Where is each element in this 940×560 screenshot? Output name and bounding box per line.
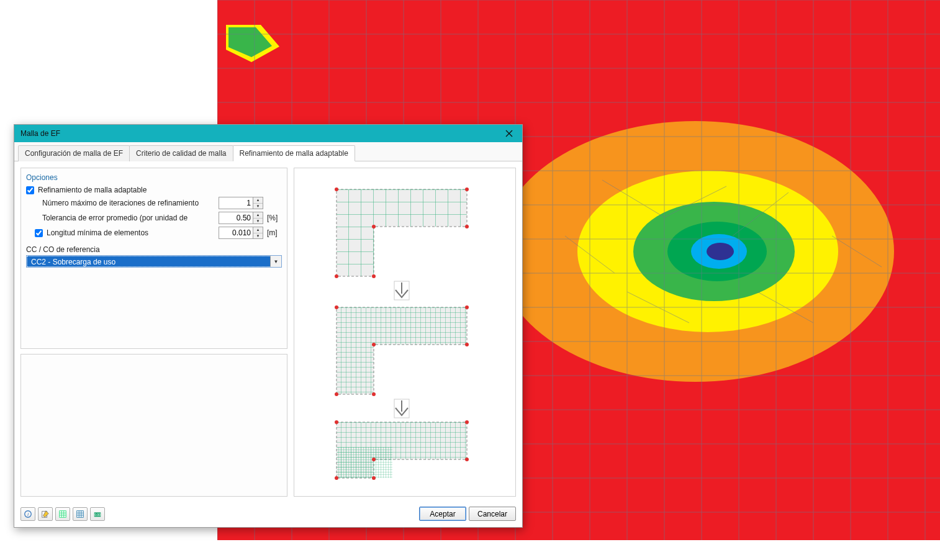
minlen-spinner[interactable]: ▲▼	[253, 227, 263, 239]
reference-dropdown[interactable]: CC2 - Sobrecarga de uso ▼	[26, 255, 282, 268]
reset-button[interactable]: 0.00	[90, 507, 105, 521]
chevron-down-icon: ▼	[253, 219, 263, 224]
cancel-button[interactable]: Cancelar	[469, 507, 516, 521]
svg-point-54	[465, 187, 469, 191]
svg-point-61	[465, 305, 469, 309]
tab-adaptive[interactable]: Refinamiento de malla adaptable	[233, 145, 355, 161]
option2-button[interactable]	[73, 507, 88, 521]
tolerance-label: Tolerancia de error promedio (por unidad…	[42, 214, 219, 222]
svg-point-64	[372, 392, 376, 396]
svg-point-67	[335, 420, 338, 424]
edit-button[interactable]	[38, 507, 53, 521]
titlebar[interactable]: Malla de EF	[14, 125, 522, 142]
tolerance-unit: [%]	[267, 214, 282, 222]
svg-point-62	[465, 343, 469, 346]
svg-point-55	[465, 225, 469, 228]
chevron-down-icon: ▼	[253, 233, 263, 239]
grid-b-icon	[76, 510, 84, 518]
adaptive-label: Refinamiento de malla adaptable	[38, 186, 282, 194]
svg-point-56	[372, 225, 376, 228]
chevron-down-icon: ▼	[270, 256, 281, 267]
tolerance-spinner[interactable]: ▲▼	[253, 212, 263, 224]
max-iter-input[interactable]	[219, 197, 253, 209]
svg-point-60	[335, 305, 338, 309]
help-button[interactable]: i	[20, 507, 35, 521]
tab-strip: Configuración de malla de EF Criterio de…	[14, 142, 522, 161]
chevron-up-icon: ▲	[253, 197, 263, 204]
fe-mesh-dialog: Malla de EF Configuración de malla de EF…	[14, 124, 523, 528]
reference-title: CC / CO de referencia	[26, 245, 282, 254]
window-title: Malla de EF	[20, 129, 500, 138]
accept-button[interactable]: Aceptar	[419, 507, 466, 521]
refinement-preview-illustration	[312, 183, 498, 481]
minlen-checkbox[interactable]	[35, 229, 43, 237]
option1-button[interactable]	[55, 507, 70, 521]
tab-quality[interactable]: Criterio de calidad de malla	[129, 145, 233, 161]
svg-text:0.00: 0.00	[94, 512, 101, 516]
tolerance-input[interactable]	[219, 212, 253, 224]
svg-rect-77	[77, 510, 84, 517]
svg-text:i: i	[27, 511, 29, 517]
edit-icon	[41, 510, 50, 518]
options-panel: Opciones Refinamiento de malla adaptable…	[20, 168, 287, 349]
max-iter-spinner[interactable]: ▲▼	[253, 197, 263, 209]
button-bar: i 0.00 Aceptar Cancelar	[14, 503, 522, 527]
description-panel	[20, 354, 287, 497]
adaptive-checkbox[interactable]	[26, 186, 34, 194]
svg-point-71	[372, 476, 376, 480]
max-iter-label: Número máximo de iteraciones de refinami…	[42, 199, 219, 207]
svg-point-57	[372, 274, 376, 278]
svg-point-9	[707, 243, 734, 260]
svg-rect-76	[60, 510, 66, 517]
options-title: Opciones	[26, 173, 282, 182]
minlen-label: Longitud mínima de elementos	[47, 228, 219, 237]
help-icon: i	[24, 510, 32, 518]
close-icon	[505, 130, 513, 137]
svg-point-58	[335, 274, 338, 278]
svg-point-65	[335, 392, 338, 396]
close-button[interactable]	[500, 127, 518, 140]
svg-point-68	[465, 420, 469, 424]
chevron-up-icon: ▲	[253, 227, 263, 233]
svg-point-69	[465, 458, 469, 461]
tab-mesh-config[interactable]: Configuración de malla de EF	[18, 145, 130, 161]
svg-point-53	[335, 187, 338, 191]
svg-point-70	[372, 458, 376, 461]
preview-panel	[294, 168, 516, 497]
minlen-input[interactable]	[219, 227, 253, 239]
minlen-unit: [m]	[267, 228, 282, 237]
chevron-up-icon: ▲	[253, 212, 263, 219]
svg-point-72	[335, 476, 338, 480]
svg-point-63	[372, 343, 376, 346]
reset-icon: 0.00	[93, 510, 102, 518]
grid-icon	[58, 510, 67, 518]
reference-dropdown-text: CC2 - Sobrecarga de uso	[27, 256, 270, 267]
chevron-down-icon: ▼	[253, 204, 263, 209]
